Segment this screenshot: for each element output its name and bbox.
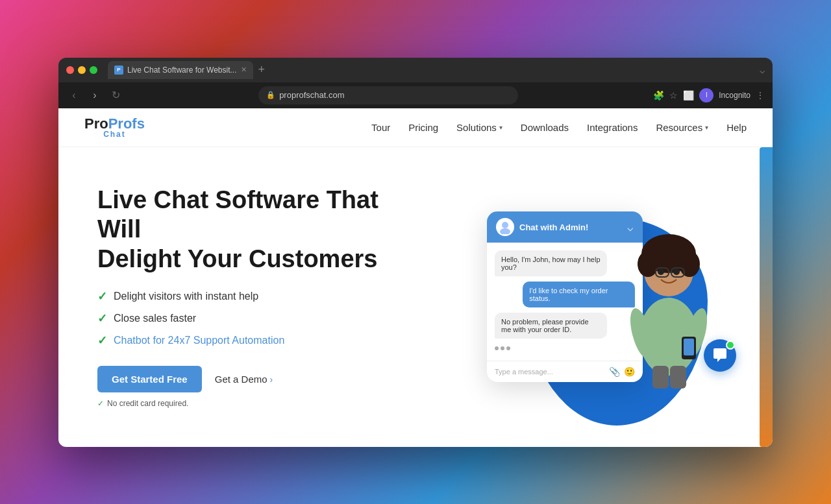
tab-favicon: P <box>114 66 123 75</box>
chat-float-button[interactable] <box>704 339 736 372</box>
browser-menu-button[interactable]: ⌵ <box>760 65 765 75</box>
typing-dot-1 <box>495 346 499 350</box>
solutions-dropdown-arrow: ▾ <box>499 124 502 131</box>
profile-button[interactable]: I <box>699 88 713 102</box>
browser-titlebar: P Live Chat Software for Websit... ✕ + ⌵ <box>58 58 773 82</box>
browser-toolbar: ‹ › ↻ 🔒 proprofschat.com 🧩 ☆ ⬜ I Incogni… <box>58 82 773 108</box>
bookmark-icon[interactable]: ☆ <box>669 90 678 101</box>
nav-link-help[interactable]: Help <box>726 122 747 133</box>
tab-bar: P Live Chat Software for Websit... ✕ + <box>108 61 754 79</box>
hero-title-line1: Live Chat Software That Will <box>97 186 378 243</box>
toolbar-right: 🧩 ☆ ⬜ I Incognito ⋮ <box>653 88 765 102</box>
hero-left: Live Chat Software That Will Delight You… <box>97 186 422 409</box>
incognito-label: Incognito <box>719 91 750 100</box>
get-started-button[interactable]: Get Started Free <box>97 366 202 392</box>
nav-item-help[interactable]: Help <box>726 122 747 133</box>
address-bar[interactable]: 🔒 proprofschat.com <box>258 86 518 104</box>
tab-title: Live Chat Software for Websit... <box>127 66 237 75</box>
feature-link-chatbot[interactable]: Chatbot for 24x7 Support Automation <box>114 335 284 346</box>
active-tab[interactable]: P Live Chat Software for Websit... ✕ <box>108 61 253 79</box>
feature-text-2: Close sales faster <box>114 313 196 324</box>
minimize-button[interactable] <box>78 66 86 74</box>
browser-window: P Live Chat Software for Websit... ✕ + ⌵… <box>58 58 773 447</box>
extensions-icon: 🧩 <box>653 90 664 101</box>
forward-button[interactable]: › <box>87 90 103 101</box>
logo-chat: Chat <box>103 130 126 139</box>
traffic-lights <box>66 66 97 74</box>
nav-item-solutions[interactable]: Solutions ▾ <box>456 122 502 133</box>
demo-arrow-icon: › <box>270 374 273 385</box>
screenshot-icon[interactable]: ⬜ <box>683 90 694 101</box>
site-nav: ProProfs Chat Tour Pricing Solutions ▾ D… <box>58 108 773 147</box>
nav-link-downloads[interactable]: Downloads <box>521 122 569 133</box>
nav-item-downloads[interactable]: Downloads <box>521 122 569 133</box>
demo-label: Get a Demo <box>215 374 267 385</box>
back-button[interactable]: ‹ <box>66 90 82 101</box>
feature-item-1: ✓ Delight visitors with instant help <box>97 289 422 304</box>
svg-point-6 <box>679 251 700 277</box>
svg-point-0 <box>502 222 508 228</box>
nav-link-tour[interactable]: Tour <box>371 122 390 133</box>
nav-link-solutions[interactable]: Solutions ▾ <box>456 122 502 133</box>
hero-title-line2: Delight Your Customers <box>97 245 377 272</box>
typing-dot-2 <box>501 346 504 350</box>
svg-point-7 <box>658 269 664 275</box>
new-tab-button[interactable]: + <box>258 63 266 77</box>
hero-section: Live Chat Software That Will Delight You… <box>58 147 773 447</box>
svg-point-8 <box>673 269 680 275</box>
hero-right: Chat with Admin! ⌵ Hello, I'm John, how … <box>422 211 747 382</box>
chat-input[interactable]: Type a message... <box>495 368 605 376</box>
no-cc-text: No credit card required. <box>107 399 188 408</box>
address-text: proprofschat.com <box>279 90 344 100</box>
resources-dropdown-arrow: ▾ <box>705 124 708 131</box>
right-edge-decoration <box>760 147 773 447</box>
reload-button[interactable]: ↻ <box>108 89 123 101</box>
check-icon-1: ✓ <box>97 289 107 304</box>
no-cc-check-icon: ✓ <box>97 399 104 408</box>
feature-text-1: Delight visitors with instant help <box>114 291 258 302</box>
features-list: ✓ Delight visitors with instant help ✓ C… <box>97 289 422 348</box>
no-credit-card-notice: ✓ No credit card required. <box>97 399 422 408</box>
chat-float-icon <box>712 347 728 364</box>
nav-item-integrations[interactable]: Integrations <box>587 122 638 133</box>
nav-item-pricing[interactable]: Pricing <box>408 122 438 133</box>
get-demo-link[interactable]: Get a Demo › <box>215 374 273 385</box>
svg-point-1 <box>500 228 510 234</box>
logo[interactable]: ProProfs Chat <box>84 115 145 139</box>
check-icon-3: ✓ <box>97 333 107 348</box>
profile-label: I <box>706 91 708 99</box>
nav-links: Tour Pricing Solutions ▾ Downloads Integ… <box>371 122 747 133</box>
website-content: ProProfs Chat Tour Pricing Solutions ▾ D… <box>58 108 773 447</box>
typing-indicator <box>495 344 635 353</box>
feature-item-3: ✓ Chatbot for 24x7 Support Automation <box>97 333 422 348</box>
close-button[interactable] <box>66 66 74 74</box>
typing-dot-3 <box>506 346 510 350</box>
maximize-button[interactable] <box>90 66 97 74</box>
svg-rect-15 <box>684 339 694 355</box>
hero-title: Live Chat Software That Will Delight You… <box>97 186 422 274</box>
chat-avatar <box>496 218 514 236</box>
nav-item-resources[interactable]: Resources ▾ <box>656 122 708 133</box>
chat-header-title: Chat with Admin! <box>519 222 622 232</box>
svg-rect-17 <box>670 366 686 389</box>
chat-message-1: Hello, I'm John, how may I help you? <box>495 250 607 276</box>
tab-close-button[interactable]: ✕ <box>241 66 247 74</box>
cta-row: Get Started Free Get a Demo › <box>97 366 422 392</box>
chat-message-3: No problem, please provide me with your … <box>495 313 607 339</box>
feature-item-2: ✓ Close sales faster <box>97 311 422 326</box>
nav-link-resources[interactable]: Resources ▾ <box>656 122 708 133</box>
nav-link-pricing[interactable]: Pricing <box>408 122 438 133</box>
nav-link-integrations[interactable]: Integrations <box>587 122 638 133</box>
svg-rect-16 <box>652 366 669 389</box>
nav-item-tour[interactable]: Tour <box>371 122 390 133</box>
lock-icon: 🔒 <box>266 91 275 99</box>
check-icon-2: ✓ <box>97 311 107 326</box>
browser-options-button[interactable]: ⋮ <box>756 90 765 101</box>
